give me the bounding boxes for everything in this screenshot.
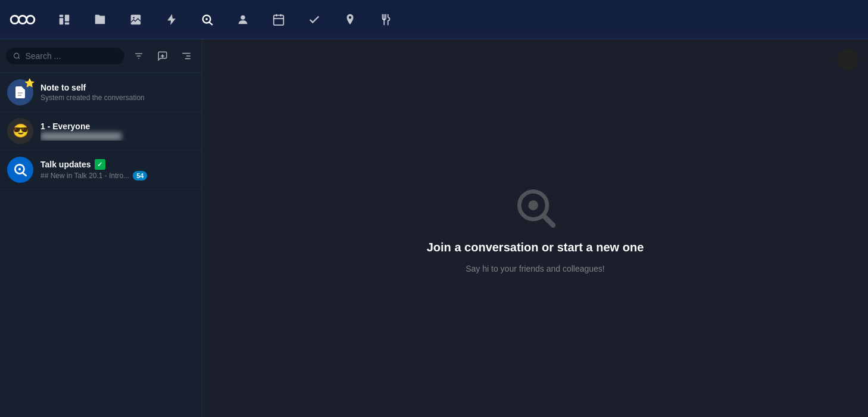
svg-point-8 (133, 17, 135, 18)
svg-rect-3 (60, 14, 63, 17)
empty-title: Join a conversation or start a new one (427, 241, 644, 254)
main-layout: ⭐ Note to self System created the conver… (0, 39, 868, 417)
avatar-emoji-everyone: 😎 (13, 123, 29, 139)
svg-rect-6 (65, 22, 69, 24)
conv-name-talk-updates: Talk updates ✓ (40, 159, 195, 170)
contacts-icon[interactable] (232, 9, 254, 30)
conv-preview-everyone: ████████████████ (40, 132, 195, 141)
conv-preview-note-to-self: System created the conversation (40, 94, 195, 102)
svg-point-1 (18, 15, 26, 23)
nav-icons (54, 9, 858, 30)
svg-point-0 (11, 15, 18, 23)
activity-icon[interactable] (161, 9, 182, 30)
user-avatar[interactable] (837, 49, 858, 70)
calendar-icon[interactable] (268, 9, 289, 30)
empty-subtitle: Say hi to your friends and colleagues! (466, 264, 604, 273)
new-conversation-icon[interactable] (153, 46, 172, 66)
tasks-icon[interactable] (304, 9, 325, 30)
sidebar-header (0, 39, 202, 73)
svg-line-33 (23, 173, 26, 175)
conversation-item-note-to-self[interactable]: ⭐ Note to self System created the conver… (0, 73, 202, 112)
conversation-list: ⭐ Note to self System created the conver… (0, 73, 202, 417)
svg-point-35 (528, 200, 538, 210)
svg-line-11 (210, 22, 213, 24)
conv-name-everyone: 1 - Everyone (40, 122, 195, 131)
photos-icon[interactable] (125, 9, 146, 30)
conv-content-everyone: 1 - Everyone ████████████████ (40, 122, 195, 141)
svg-point-2 (27, 15, 35, 23)
svg-rect-5 (65, 14, 69, 21)
avatar-everyone: 😎 (7, 118, 33, 144)
avatar-note-to-self: ⭐ (7, 79, 33, 105)
star-icon: ⭐ (24, 78, 35, 88)
svg-point-12 (241, 15, 245, 19)
files-icon[interactable] (89, 9, 111, 30)
conv-content-talk-updates: Talk updates ✓ ## New in Talk 20.1 - Int… (40, 159, 195, 181)
verified-icon: ✓ (95, 159, 105, 170)
nextcloud-logo[interactable] (10, 11, 36, 29)
collapse-icon[interactable] (177, 46, 196, 66)
main-content: Join a conversation or start a new one S… (202, 39, 868, 417)
sidebar: ⭐ Note to self System created the conver… (0, 39, 202, 417)
talk-icon[interactable] (196, 9, 218, 30)
search-input-wrap[interactable] (6, 48, 124, 64)
search-input[interactable] (25, 51, 117, 61)
maps-icon[interactable] (339, 9, 361, 30)
conv-content-note-to-self: Note to self System created the conversa… (40, 83, 195, 102)
svg-point-32 (18, 168, 21, 170)
talk-logo-large (511, 183, 559, 231)
conv-name-note-to-self: Note to self (40, 83, 195, 92)
avatar-talk-updates (7, 157, 33, 183)
user-dot (837, 49, 858, 70)
unread-badge-talk-updates: 54 (133, 171, 147, 181)
search-icon (13, 52, 20, 60)
top-navigation (0, 0, 868, 39)
conversation-item-everyone[interactable]: 😎 1 - Everyone ████████████████ (0, 112, 202, 151)
dashboard-icon[interactable] (54, 9, 75, 30)
svg-line-36 (544, 216, 553, 225)
filter-icon[interactable] (129, 46, 148, 66)
svg-rect-13 (274, 15, 284, 24)
svg-line-20 (18, 57, 20, 58)
recipes-icon[interactable] (375, 9, 396, 30)
svg-point-10 (205, 18, 208, 20)
empty-state: Join a conversation or start a new one S… (427, 183, 644, 273)
svg-rect-4 (60, 18, 63, 24)
conv-preview-talk-updates: ## New in Talk 20.1 - Intro... 54 (40, 171, 195, 181)
svg-point-19 (14, 53, 19, 58)
conversation-item-talk-updates[interactable]: Talk updates ✓ ## New in Talk 20.1 - Int… (0, 151, 202, 189)
